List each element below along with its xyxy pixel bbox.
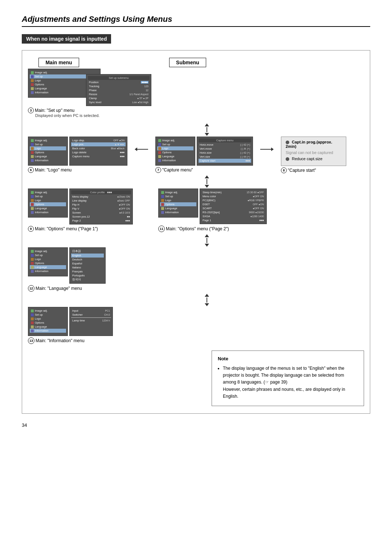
m7-language: Language (157, 154, 193, 158)
m13-options-icon (31, 321, 34, 324)
arrow4-down (205, 303, 209, 306)
m11-imageadj: Image adj. (160, 190, 196, 194)
menu3-row: Image adj. Set up Logo Options Language (28, 69, 364, 118)
menu-color: Menu color ●OFF ON (201, 194, 265, 198)
lang-de: Deutsch (71, 258, 104, 262)
menu6-submenu: Logo disp. OFF ●ON Logo pos. ▲▼◄► Back c… (69, 137, 127, 166)
language-icon (31, 87, 34, 90)
m6-information: Information (30, 158, 66, 162)
m13-lamp: Lamp time 1234 h (71, 319, 111, 323)
menu13-col: Image adj. Set up Logo Options Language … (28, 307, 113, 344)
m13-input: Input PC1 (71, 309, 111, 313)
clamp-val: ● 5T ● 2P (137, 97, 148, 100)
circle-8: 8 (281, 167, 287, 173)
m11-setup: Set up (160, 194, 196, 198)
sub-position: Position ■■■■ (88, 80, 150, 84)
m12-setup: Set up (30, 253, 66, 257)
capt-line1: Capt.in prog.(approx. 2min) (286, 140, 342, 149)
m13-logo-icon (31, 317, 34, 320)
flip-h: Flip H ●OFF ON (71, 203, 131, 207)
m13-lamp-val: 1234 h (102, 319, 110, 322)
m9-img-icon (31, 191, 34, 194)
menu3-caption: 3 Main: "Set up" menu (28, 108, 74, 113)
screen-val: ●4:3 16:9 (119, 211, 130, 214)
m11-info-icon (161, 211, 164, 214)
m6-options: Options (30, 150, 66, 154)
m6-setup-icon (31, 143, 34, 146)
arrow3-up (205, 234, 209, 237)
arrow3-line (207, 238, 207, 243)
section-header: When no image signal is inputted (22, 34, 111, 44)
m13-logo: Logo (30, 317, 66, 321)
arrow-h-line (137, 149, 148, 150)
pc2bnc-val: ●RGB YPBPR (248, 199, 264, 202)
capt-icon1 (286, 141, 289, 144)
pc2bnc: PC2(BNC) ●RGB YPBPR (201, 198, 265, 202)
m6-options-icon (31, 151, 34, 154)
m12-options-icon (31, 262, 34, 265)
sxga-val: ●1280 1400 (250, 215, 264, 218)
menu7-caption: 7 "Capture menu" (155, 167, 193, 173)
circle-6: 6 (28, 167, 34, 173)
row-menu12: Image adj. Set up Logo Options Language … (28, 247, 364, 292)
setup-icon (31, 75, 34, 78)
flip-h-val: ●OFF ON (119, 203, 130, 206)
lang-it: Italiano (71, 266, 104, 270)
menu11-main: Image adj. Set up Logo Options Language … (158, 189, 198, 218)
horiz-size: Horiz.size (-) 42 (+) (199, 151, 251, 155)
menu13-caption: 13 Main: "Information" menu (28, 337, 85, 344)
arrow-h-line2 (260, 149, 271, 150)
arrow1 (50, 123, 364, 136)
arrow2-down (205, 185, 209, 188)
page1-row: Page 1 ■■■ (201, 218, 265, 222)
m13-info-icon (31, 329, 34, 332)
menu-display: Menu display ●15sec ON (71, 195, 131, 199)
menu7-main: Image adj. Set up Logo Options Language … (155, 137, 195, 166)
submenu-label: Submenu (169, 58, 206, 67)
scart-val: ●OFF ON (253, 207, 264, 210)
m9-logo: Logo (30, 198, 66, 202)
capt-icon3 (286, 157, 289, 161)
note-container: Note The display language of the menus i… (28, 348, 364, 406)
arrow4-up (205, 294, 209, 297)
menu12-caption: 12 Main: "Language" menu (28, 285, 82, 292)
menu8-col: Capt.in prog.(approx. 2min) Signal can n… (281, 137, 346, 173)
setup-submenu-title: Set up submenu (88, 76, 150, 80)
sub-resize: Resize 1/1 Panel Aspect (88, 92, 150, 96)
m7-img-icon (158, 139, 161, 142)
circle-12: 12 (28, 285, 34, 292)
logo-disp-val: OFF ●ON (113, 139, 124, 142)
tracking-val: 123 (144, 85, 148, 88)
m11-language: Language (160, 206, 196, 210)
m13-divider (71, 317, 111, 318)
menu9-submenu: Color profile ■■■ Menu display ●15sec ON… (69, 189, 133, 224)
menu-color-val: ●OFF ON (253, 195, 264, 198)
circle-11: 11 (158, 226, 165, 232)
lang-pt: Português (71, 274, 104, 278)
line-display: Line display ●5sec OFF (71, 199, 131, 203)
note-title: Note (218, 355, 358, 363)
m11-options-icon (161, 203, 164, 206)
arrow2-up (205, 175, 209, 178)
logo-delete-val: ■■■ (120, 151, 124, 154)
menu3-col: Image adj. Set up Logo Options Language (28, 69, 151, 118)
arrow3 (50, 234, 364, 247)
m12-information: Information (30, 269, 66, 273)
circle-7: 7 (155, 167, 161, 173)
vert-size: Vert.size (-) 44 (+) (199, 155, 251, 159)
m13-information: Information (30, 329, 66, 333)
capture-menu: Capture menu ■■■ (71, 154, 126, 158)
menu-labels-row: Main menu Submenu (28, 58, 364, 67)
m12-img-icon (31, 250, 34, 253)
m12-setup-icon (31, 254, 34, 257)
sxga: SXGA ●1280 1400 (201, 214, 265, 218)
m9-language: Language (30, 206, 66, 210)
menu13-main: Image adj. Set up Logo Options Language … (28, 307, 68, 336)
menu8-caption: 8 "Capture start" (281, 167, 316, 173)
arrow-up-head (205, 123, 209, 126)
row-menus9-11: Image adj. Set up Logo Options Language … (28, 189, 364, 232)
m12-imageadj: Image adj. (30, 249, 66, 253)
dset: DSET OFF ●ON (201, 202, 265, 206)
page1-val: ■■■ (259, 219, 264, 222)
m13-language: Language (30, 325, 66, 329)
